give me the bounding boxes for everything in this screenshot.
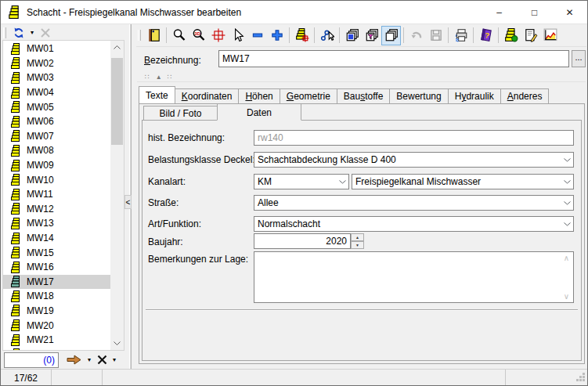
list-toolbar: ▾ bbox=[2, 25, 124, 40]
layers-view-button stacked-windows-plain-icon[interactable] bbox=[381, 26, 401, 45]
add-shaft-button manhole-crosshair-icon[interactable] bbox=[292, 26, 312, 45]
list-item-selected[interactable]: MW17 bbox=[3, 275, 110, 290]
collapse-panel-button chevron-left-icon[interactable]: < bbox=[124, 195, 132, 209]
memo-scroll-up-icon[interactable]: ∧ bbox=[561, 254, 572, 262]
list-scrollbar[interactable] bbox=[110, 41, 124, 350]
list-item-label: MW11 bbox=[27, 189, 53, 200]
bemerkungen-textarea[interactable]: ∧ ∨ bbox=[254, 251, 574, 303]
memo-scroll-down-icon[interactable]: ∨ bbox=[561, 292, 572, 301]
more-button ellipsis-icon[interactable]: ... bbox=[572, 50, 586, 67]
chevron-down-icon[interactable] bbox=[561, 180, 573, 184]
pick-element-button chain-cursor-icon[interactable] bbox=[317, 26, 337, 45]
tab-koordinaten[interactable]: Koordinaten bbox=[175, 88, 240, 103]
list-item[interactable]: MW21 bbox=[3, 333, 110, 348]
hist-bezeichnung-input[interactable] bbox=[254, 130, 574, 146]
list-item[interactable]: MW20 bbox=[3, 318, 110, 333]
maximize-button maximize-icon[interactable]: □ bbox=[517, 1, 552, 23]
exit-button door-icon[interactable] bbox=[144, 26, 164, 45]
list-item[interactable]: MW03 bbox=[3, 70, 110, 85]
refresh-dropdown-caret chevron-down-icon[interactable]: ▾ bbox=[31, 29, 34, 36]
refresh-button refresh-icon[interactable] bbox=[9, 26, 28, 40]
list-item[interactable]: MW18 bbox=[3, 289, 110, 304]
select-button cursor-arrow-icon[interactable] bbox=[228, 26, 247, 45]
list-item[interactable]: MW16 bbox=[3, 260, 110, 275]
chevron-down-icon[interactable] bbox=[561, 201, 573, 205]
collapse-handle[interactable]: ∷ ▲ ∷ bbox=[137, 72, 586, 82]
toolbar-grip[interactable] bbox=[138, 30, 141, 41]
tab-geometrie[interactable]: Geometrie bbox=[280, 88, 337, 103]
bezeichnung-label: Bezeichnung: bbox=[144, 55, 201, 66]
list-item[interactable]: MW19 bbox=[3, 304, 110, 319]
grid-crosshair-button grid-icon[interactable] bbox=[208, 26, 228, 45]
tab-hoehen[interactable]: Höhen bbox=[238, 88, 280, 103]
scroll-thumb[interactable] bbox=[111, 58, 123, 145]
toolbar-separator bbox=[498, 27, 499, 43]
copy-view-button stacked-windows-icon[interactable] bbox=[342, 26, 362, 45]
list-item[interactable]: MW15 bbox=[3, 245, 110, 260]
tab-hydraulik[interactable]: Hydraulik bbox=[448, 88, 501, 103]
selection-count-field[interactable]: (0) bbox=[4, 352, 59, 368]
list-item[interactable]: MW07 bbox=[3, 129, 110, 144]
help-button help-book-icon[interactable]: ? bbox=[476, 26, 496, 45]
tab-anderes[interactable]: Anderes bbox=[500, 88, 550, 103]
goto-button arrow-right-icon[interactable] bbox=[63, 352, 85, 368]
list-item[interactable]: MW01 bbox=[3, 41, 110, 56]
list-item-label: MW05 bbox=[27, 102, 54, 113]
belastungsklasse-combobox[interactable]: Schachtabdeckung Klasse D 400 bbox=[254, 152, 574, 168]
art-funktion-combobox[interactable]: Normalschacht bbox=[254, 216, 574, 232]
main-toolbar: 3D bbox=[136, 24, 586, 47]
list-item[interactable]: MW09 bbox=[3, 158, 110, 173]
list-item[interactable]: MW12 bbox=[3, 202, 110, 217]
tab-texte[interactable]: Texte bbox=[139, 86, 175, 103]
edit-document-button document-pencil-icon[interactable] bbox=[521, 26, 540, 45]
kanalart-combobox[interactable]: Freispiegelkanal Mischwasser bbox=[352, 174, 574, 189]
minimize-button minimize-icon[interactable]: – bbox=[482, 1, 517, 23]
manhole-cylinder-icon bbox=[10, 348, 20, 350]
list-item[interactable]: MW13 bbox=[3, 216, 110, 231]
toolbar-grip[interactable] bbox=[3, 27, 6, 38]
panel-splitter[interactable]: < bbox=[124, 24, 136, 369]
list-item[interactable]: MW08 bbox=[3, 143, 110, 158]
profile-chart-button chart-icon[interactable] bbox=[540, 26, 560, 45]
list-item[interactable]: MW10 bbox=[3, 172, 110, 187]
bezeichnung-input[interactable] bbox=[218, 50, 569, 67]
collapse-up-icon[interactable]: ▲ bbox=[156, 74, 162, 81]
scroll-up-button chevron-up-icon[interactable] bbox=[110, 41, 124, 54]
handle-dots-icon: ∷ bbox=[168, 73, 173, 81]
list-item[interactable]: MW14 bbox=[3, 231, 110, 246]
spinner-up-button triangle-up-icon[interactable]: ▲ bbox=[351, 233, 364, 241]
list-item[interactable]: MW02 bbox=[3, 56, 110, 71]
list-item[interactable]: MW11 bbox=[3, 187, 110, 202]
tab-bewertung[interactable]: Bewertung bbox=[389, 88, 448, 103]
subtab-daten[interactable]: Daten bbox=[217, 103, 301, 121]
kanalart-code-combobox[interactable]: KM bbox=[254, 174, 349, 189]
scroll-down-button chevron-down-icon[interactable] bbox=[110, 337, 124, 350]
zoom-out-button minus-icon[interactable] bbox=[247, 26, 267, 45]
status-cell bbox=[52, 370, 103, 386]
zoom-3d-button magnifier-3d-icon[interactable]: 3D bbox=[189, 26, 208, 45]
zoom-button magnifier-icon[interactable] bbox=[169, 26, 189, 45]
filter-view-button stacked-windows-filter-icon[interactable] bbox=[362, 26, 381, 45]
baujahr-input[interactable]: 2020 bbox=[254, 233, 351, 249]
list-item[interactable]: MW05 bbox=[3, 99, 110, 114]
shaft-report-button manhole-check-icon[interactable] bbox=[501, 26, 521, 45]
tab-baustoffe[interactable]: Baustoffe bbox=[337, 88, 391, 103]
chevron-down-icon[interactable] bbox=[336, 180, 348, 184]
list-item[interactable]: MW06 bbox=[3, 114, 110, 129]
list-item[interactable]: MW04 bbox=[3, 85, 110, 100]
zoom-in-button plus-icon[interactable] bbox=[267, 26, 287, 45]
resize-grip-icon[interactable] bbox=[576, 371, 586, 385]
close-button close-icon[interactable]: ✕ bbox=[552, 1, 587, 23]
remove-button x-icon[interactable] bbox=[93, 352, 110, 368]
chevron-down-icon[interactable] bbox=[561, 222, 573, 226]
goto-dropdown-caret chevron-down-icon[interactable]: ▾ bbox=[88, 356, 91, 363]
list-item-label: MW09 bbox=[27, 160, 54, 171]
strasse-combobox[interactable]: Allee bbox=[254, 195, 574, 211]
spinner-down-button triangle-down-icon[interactable]: ▼ bbox=[351, 241, 364, 249]
print-report-button printer-icon[interactable] bbox=[451, 26, 471, 45]
chevron-down-icon[interactable] bbox=[561, 158, 573, 162]
list-item[interactable]: MW22 bbox=[3, 347, 110, 350]
remove-dropdown-caret chevron-down-icon[interactable]: ▾ bbox=[113, 356, 116, 363]
baujahr-value: 2020 bbox=[326, 236, 347, 247]
subtab-bild-foto[interactable]: Bild / Foto bbox=[143, 106, 218, 120]
